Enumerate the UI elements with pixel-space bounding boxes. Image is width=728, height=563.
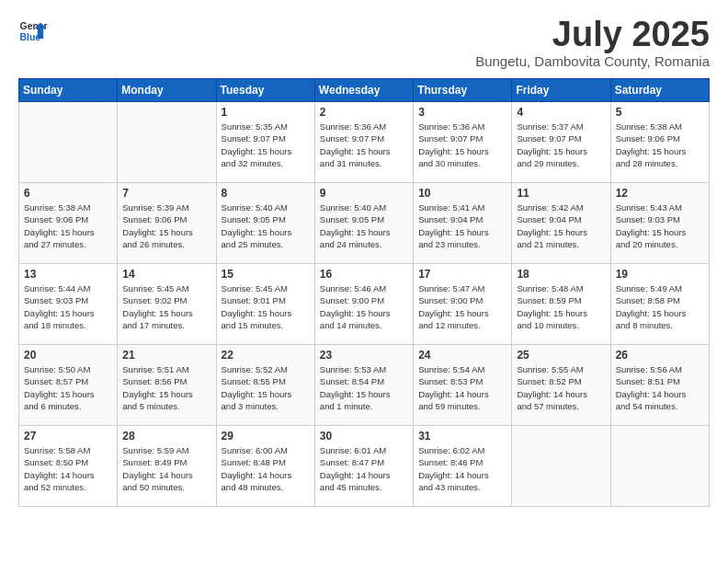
calendar-cell: 27Sunrise: 5:58 AM Sunset: 8:50 PM Dayli…: [19, 426, 118, 507]
day-info: Sunrise: 5:45 AM Sunset: 9:01 PM Dayligh…: [222, 282, 310, 331]
week-row-3: 13Sunrise: 5:44 AM Sunset: 9:03 PM Dayli…: [19, 264, 710, 345]
calendar-cell: 8Sunrise: 5:40 AM Sunset: 9:05 PM Daylig…: [216, 183, 314, 264]
subtitle: Bungetu, Dambovita County, Romania: [475, 53, 710, 69]
calendar-cell: 5Sunrise: 5:38 AM Sunset: 9:06 PM Daylig…: [610, 102, 709, 183]
day-number: 31: [418, 430, 506, 442]
day-info: Sunrise: 5:54 AM Sunset: 8:53 PM Dayligh…: [418, 363, 506, 412]
week-row-2: 6Sunrise: 5:38 AM Sunset: 9:06 PM Daylig…: [19, 183, 710, 264]
day-info: Sunrise: 5:52 AM Sunset: 8:55 PM Dayligh…: [222, 363, 310, 412]
day-info: Sunrise: 5:58 AM Sunset: 8:50 PM Dayligh…: [24, 444, 112, 493]
calendar-table: SundayMondayTuesdayWednesdayThursdayFrid…: [18, 78, 710, 507]
day-info: Sunrise: 5:51 AM Sunset: 8:56 PM Dayligh…: [122, 363, 210, 412]
day-number: 17: [418, 268, 506, 281]
calendar-cell: 10Sunrise: 5:41 AM Sunset: 9:04 PM Dayli…: [414, 183, 512, 264]
calendar-cell: 14Sunrise: 5:45 AM Sunset: 9:02 PM Dayli…: [118, 264, 216, 345]
calendar-cell: 22Sunrise: 5:52 AM Sunset: 8:55 PM Dayli…: [216, 345, 314, 426]
day-number: 24: [418, 349, 506, 362]
day-info: Sunrise: 6:01 AM Sunset: 8:47 PM Dayligh…: [320, 444, 408, 493]
day-number: 7: [122, 187, 210, 200]
day-info: Sunrise: 5:38 AM Sunset: 9:06 PM Dayligh…: [24, 201, 112, 250]
title-block: July 2025 Bungetu, Dambovita County, Rom…: [475, 17, 710, 69]
calendar-cell: 11Sunrise: 5:42 AM Sunset: 9:04 PM Dayli…: [512, 183, 610, 264]
day-info: Sunrise: 5:45 AM Sunset: 9:02 PM Dayligh…: [122, 282, 210, 331]
calendar-cell: 23Sunrise: 5:53 AM Sunset: 8:54 PM Dayli…: [314, 345, 413, 426]
weekday-header-friday: Friday: [512, 79, 610, 102]
day-info: Sunrise: 5:37 AM Sunset: 9:07 PM Dayligh…: [517, 121, 605, 169]
day-info: Sunrise: 5:43 AM Sunset: 9:03 PM Dayligh…: [616, 201, 704, 250]
day-number: 2: [320, 106, 408, 119]
calendar-cell: 31Sunrise: 6:02 AM Sunset: 8:46 PM Dayli…: [414, 426, 512, 507]
day-info: Sunrise: 5:59 AM Sunset: 8:49 PM Dayligh…: [122, 444, 210, 493]
calendar-cell: 15Sunrise: 5:45 AM Sunset: 9:01 PM Dayli…: [216, 264, 314, 345]
calendar-cell: 24Sunrise: 5:54 AM Sunset: 8:53 PM Dayli…: [414, 345, 512, 426]
day-number: 13: [24, 268, 112, 281]
header: General Blue July 2025 Bungetu, Dambovit…: [18, 17, 710, 69]
day-number: 25: [517, 349, 605, 362]
day-info: Sunrise: 5:46 AM Sunset: 9:00 PM Dayligh…: [320, 282, 408, 331]
day-number: 12: [616, 187, 704, 200]
calendar-cell: 6Sunrise: 5:38 AM Sunset: 9:06 PM Daylig…: [19, 183, 118, 264]
day-number: 18: [517, 268, 605, 281]
calendar-cell: 9Sunrise: 5:40 AM Sunset: 9:05 PM Daylig…: [314, 183, 413, 264]
calendar-cell: 13Sunrise: 5:44 AM Sunset: 9:03 PM Dayli…: [19, 264, 118, 345]
day-info: Sunrise: 5:35 AM Sunset: 9:07 PM Dayligh…: [222, 121, 310, 169]
day-info: Sunrise: 5:41 AM Sunset: 9:04 PM Dayligh…: [418, 201, 506, 250]
weekday-header-thursday: Thursday: [414, 79, 512, 102]
calendar-cell: 18Sunrise: 5:48 AM Sunset: 8:59 PM Dayli…: [512, 264, 610, 345]
logo: General Blue: [18, 17, 48, 46]
day-info: Sunrise: 5:55 AM Sunset: 8:52 PM Dayligh…: [517, 363, 605, 412]
calendar-cell: 3Sunrise: 5:36 AM Sunset: 9:07 PM Daylig…: [414, 102, 512, 183]
day-number: 5: [616, 106, 704, 119]
day-info: Sunrise: 5:38 AM Sunset: 9:06 PM Dayligh…: [616, 121, 704, 169]
week-row-5: 27Sunrise: 5:58 AM Sunset: 8:50 PM Dayli…: [19, 426, 710, 507]
logo-icon: General Blue: [18, 17, 48, 46]
calendar-cell: [118, 102, 216, 183]
weekday-header-wednesday: Wednesday: [314, 79, 413, 102]
day-number: 1: [222, 106, 310, 119]
day-info: Sunrise: 5:40 AM Sunset: 9:05 PM Dayligh…: [222, 201, 310, 250]
day-info: Sunrise: 6:02 AM Sunset: 8:46 PM Dayligh…: [418, 444, 506, 493]
day-number: 29: [222, 430, 310, 442]
day-info: Sunrise: 5:42 AM Sunset: 9:04 PM Dayligh…: [517, 201, 605, 250]
calendar-cell: 16Sunrise: 5:46 AM Sunset: 9:00 PM Dayli…: [314, 264, 413, 345]
day-number: 23: [320, 349, 408, 362]
day-number: 20: [24, 349, 112, 362]
day-info: Sunrise: 5:49 AM Sunset: 8:58 PM Dayligh…: [616, 282, 704, 331]
page: General Blue July 2025 Bungetu, Dambovit…: [0, 0, 728, 563]
day-info: Sunrise: 5:36 AM Sunset: 9:07 PM Dayligh…: [418, 121, 506, 169]
day-number: 27: [24, 430, 112, 442]
weekday-header-row: SundayMondayTuesdayWednesdayThursdayFrid…: [19, 79, 710, 102]
day-info: Sunrise: 5:40 AM Sunset: 9:05 PM Dayligh…: [320, 201, 408, 250]
day-number: 19: [616, 268, 704, 281]
calendar-cell: [512, 426, 610, 507]
weekday-header-monday: Monday: [118, 79, 216, 102]
day-info: Sunrise: 5:48 AM Sunset: 8:59 PM Dayligh…: [517, 282, 605, 331]
weekday-header-tuesday: Tuesday: [216, 79, 314, 102]
day-number: 26: [616, 349, 704, 362]
calendar-cell: 30Sunrise: 6:01 AM Sunset: 8:47 PM Dayli…: [314, 426, 413, 507]
calendar-cell: 28Sunrise: 5:59 AM Sunset: 8:49 PM Dayli…: [118, 426, 216, 507]
day-number: 8: [222, 187, 310, 200]
day-number: 11: [517, 187, 605, 200]
day-number: 16: [320, 268, 408, 281]
calendar-cell: [610, 426, 709, 507]
calendar-cell: 21Sunrise: 5:51 AM Sunset: 8:56 PM Dayli…: [118, 345, 216, 426]
day-number: 21: [122, 349, 210, 362]
day-number: 10: [418, 187, 506, 200]
day-info: Sunrise: 5:56 AM Sunset: 8:51 PM Dayligh…: [616, 363, 704, 412]
calendar-cell: 19Sunrise: 5:49 AM Sunset: 8:58 PM Dayli…: [610, 264, 709, 345]
calendar-cell: 17Sunrise: 5:47 AM Sunset: 9:00 PM Dayli…: [414, 264, 512, 345]
calendar-cell: 25Sunrise: 5:55 AM Sunset: 8:52 PM Dayli…: [512, 345, 610, 426]
day-number: 6: [24, 187, 112, 200]
main-title: July 2025: [475, 17, 710, 52]
week-row-4: 20Sunrise: 5:50 AM Sunset: 8:57 PM Dayli…: [19, 345, 710, 426]
day-number: 14: [122, 268, 210, 281]
weekday-header-saturday: Saturday: [610, 79, 709, 102]
week-row-1: 1Sunrise: 5:35 AM Sunset: 9:07 PM Daylig…: [19, 102, 710, 183]
calendar-cell: 20Sunrise: 5:50 AM Sunset: 8:57 PM Dayli…: [19, 345, 118, 426]
day-info: Sunrise: 5:47 AM Sunset: 9:00 PM Dayligh…: [418, 282, 506, 331]
calendar-cell: 29Sunrise: 6:00 AM Sunset: 8:48 PM Dayli…: [216, 426, 314, 507]
day-info: Sunrise: 5:50 AM Sunset: 8:57 PM Dayligh…: [24, 363, 112, 412]
day-info: Sunrise: 5:39 AM Sunset: 9:06 PM Dayligh…: [122, 201, 210, 250]
day-info: Sunrise: 5:36 AM Sunset: 9:07 PM Dayligh…: [320, 121, 408, 169]
